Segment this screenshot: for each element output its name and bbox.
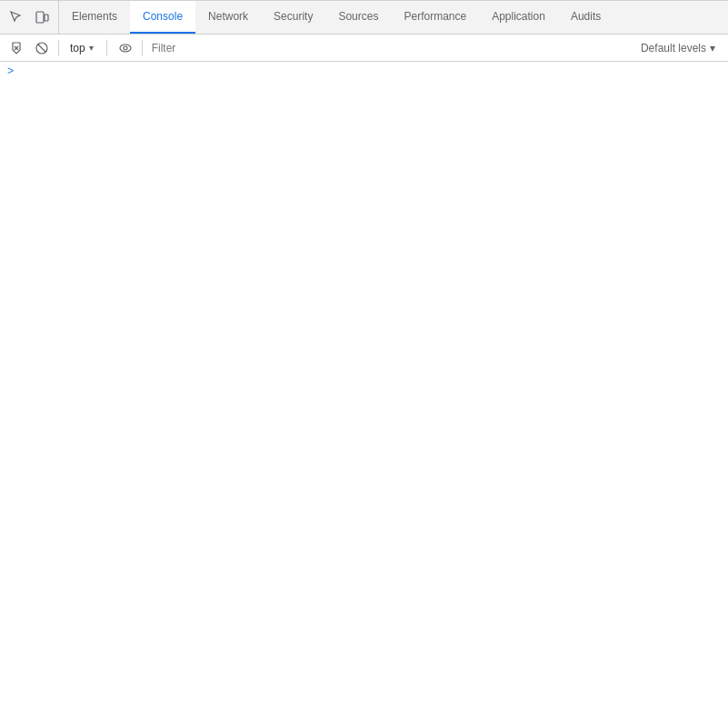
tab-sources[interactable]: Sources <box>325 1 391 34</box>
tab-audits[interactable]: Audits <box>558 1 613 34</box>
toolbar-divider-1 <box>58 40 59 56</box>
tab-security[interactable]: Security <box>261 1 325 34</box>
live-expressions-button[interactable] <box>115 37 136 59</box>
tab-network[interactable]: Network <box>195 1 261 34</box>
tab-elements[interactable]: Elements <box>59 1 130 34</box>
block-messages-button[interactable] <box>31 37 53 59</box>
svg-line-6 <box>38 44 46 52</box>
tab-bar: Elements Console Network Security Source… <box>0 1 728 35</box>
log-levels-button[interactable]: Default levels ▾ <box>633 38 723 58</box>
context-selector[interactable]: top ▾ <box>65 38 99 58</box>
console-prompt-line: > <box>0 62 728 82</box>
console-output-area[interactable]: > <box>0 62 728 703</box>
levels-dropdown-arrow-icon: ▾ <box>710 42 715 54</box>
console-toolbar: top ▾ Default levels ▾ <box>0 35 728 62</box>
tab-console[interactable]: Console <box>130 1 195 34</box>
devtools-panel: Elements Console Network Security Source… <box>0 0 728 703</box>
svg-point-7 <box>120 45 131 52</box>
svg-rect-0 <box>36 12 44 23</box>
toolbar-divider-2 <box>106 40 107 56</box>
toolbar-divider-3 <box>142 40 143 56</box>
tab-application[interactable]: Application <box>479 1 558 34</box>
tabs-list: Elements Console Network Security Source… <box>59 1 728 34</box>
inspect-element-button[interactable] <box>5 6 27 28</box>
context-select-arrow-icon: ▾ <box>89 43 94 53</box>
svg-point-8 <box>124 46 127 50</box>
filter-input[interactable] <box>148 38 630 58</box>
tab-performance[interactable]: Performance <box>391 1 479 34</box>
device-toolbar-button[interactable] <box>31 6 53 28</box>
svg-rect-1 <box>45 15 48 21</box>
console-prompt-arrow-icon: > <box>7 65 14 78</box>
clear-console-button[interactable] <box>5 37 27 59</box>
tab-bar-icons <box>0 1 59 34</box>
